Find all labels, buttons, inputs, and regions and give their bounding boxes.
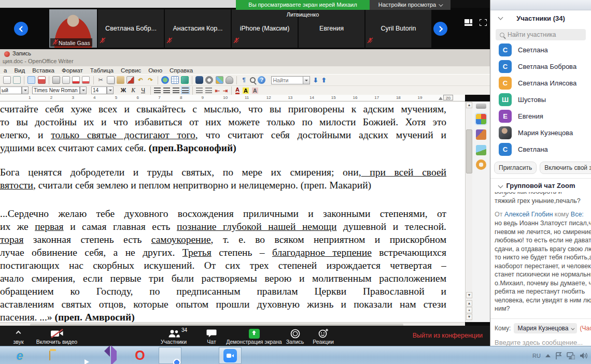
desktop-shortcut-icon[interactable] [476,145,486,155]
margin-marker-icon[interactable] [439,97,443,100]
bold-button[interactable]: Ж [119,86,128,94]
hyperlink-icon[interactable] [161,76,169,84]
network-icon[interactable] [567,352,575,359]
redo-icon[interactable]: ↷ [147,76,154,84]
participant-row[interactable]: Мария Кузнецова [490,124,591,141]
video-tile[interactable]: Светлана Бобр... [97,9,164,48]
leave-meeting-button[interactable]: Выйти из конференции [413,332,483,339]
chat-button[interactable]: Чат [200,327,223,345]
menu-item[interactable]: Вставка [29,67,58,74]
find-input[interactable] [271,76,303,84]
navigation-dot-icon[interactable]: ● [466,307,472,313]
next-participants-button[interactable] [433,22,447,36]
fullscreen-icon[interactable] [480,19,487,26]
participant-row[interactable]: ССветлана [490,41,591,58]
datasources-icon[interactable] [226,76,233,84]
recipient-dropdown[interactable]: Мария Кузнецова [514,323,576,333]
find-previous-icon[interactable]: ⬆ [321,77,327,84]
cut-icon[interactable]: ✂ [97,76,105,84]
video-tile[interactable]: Cyril Butorin [365,9,432,48]
firefox-taskbar-button[interactable] [189,347,212,364]
increase-indent-icon[interactable]: ⇥ [223,88,228,94]
gallery-view-icon[interactable] [465,19,472,26]
record-button[interactable]: Запись [283,327,307,345]
chrome-taskbar-button[interactable] [159,347,181,364]
document-page[interactable]: считайте себя хуже всех и свыкайтесь с м… [0,101,465,322]
nonprinting-icon[interactable]: ¶ [240,76,248,84]
edit-mode-icon[interactable] [27,76,35,84]
audio-button[interactable]: звук [4,327,33,345]
help-icon[interactable]: ? [258,76,265,84]
kmplayer-taskbar-button[interactable] [98,347,121,364]
drawing-icon[interactable] [181,76,189,84]
menu-item[interactable]: Сервис [117,67,145,74]
reactions-button[interactable]: Реакции [309,327,337,345]
export-pdf-icon[interactable] [38,76,46,84]
scroll-up-icon[interactable]: ▲ [466,102,472,108]
start-video-button[interactable]: Включить видео [32,327,81,345]
participant-search-input[interactable]: Найти участника [496,29,586,40]
background-color-button[interactable]: А [252,88,258,94]
underline-button[interactable]: Ч [139,86,147,94]
participant-row[interactable]: ЕЕвгения [490,108,591,124]
file-explorer-taskbar-button[interactable] [38,347,61,364]
menu-item[interactable]: Справка [166,67,196,74]
paste-icon[interactable] [117,76,124,84]
scroll-down-icon[interactable]: ▼ [466,292,472,298]
undo-icon[interactable]: ↶ [136,76,144,84]
video-tile[interactable]: Natalie Gaas [49,9,97,48]
bullet-list-button[interactable] [205,88,212,93]
participant-row[interactable]: ССветлана [490,141,591,157]
highlight-color-button[interactable]: А [243,88,249,94]
sender-name[interactable]: Алексей Глобин [504,211,553,218]
action-center-flag-icon[interactable] [555,352,562,359]
autospellcheck-icon[interactable] [82,76,90,84]
sender-target[interactable]: Все: [571,211,584,218]
font-name-combo[interactable]: Times New Roman [32,86,80,94]
chat-messages[interactable]: вопрос как побороть и победить тяжкий гр… [490,192,591,313]
print-icon[interactable] [52,76,60,84]
paragraph-style-combo[interactable]: ый [0,86,22,94]
menu-item[interactable]: Таблица [87,67,117,74]
menu-item[interactable]: а [0,67,10,74]
table-icon[interactable] [171,76,179,84]
format-paintbrush-icon[interactable] [126,76,134,84]
view-settings-button[interactable]: Настройки просмотра [370,0,451,10]
find-next-icon[interactable]: ⬇ [313,77,318,84]
italic-button[interactable]: К [129,86,137,94]
previous-participants-button[interactable] [14,22,28,36]
internet-explorer-taskbar-button[interactable]: e [8,347,31,364]
menu-item[interactable]: Формат [58,67,87,74]
justify-button[interactable] [182,88,189,93]
participant-row[interactable]: ССветлана Илясова [490,75,591,91]
language-indicator[interactable]: RU [532,353,541,359]
zoom-icon[interactable] [250,77,256,83]
volume-icon[interactable] [580,352,588,359]
desktop-shortcut-icon[interactable] [476,114,486,124]
spellcheck-icon[interactable] [72,76,80,84]
align-left-button[interactable] [154,88,161,93]
share-screen-button[interactable]: Демонстрация экрана [224,327,284,345]
new-document-icon[interactable] [3,76,11,84]
menu-item[interactable]: Вид [10,67,29,74]
find-replace-icon[interactable] [195,76,203,84]
dropdown-icon[interactable] [80,86,87,94]
participants-button[interactable]: 34 Участники [153,327,194,345]
participants-action-button[interactable]: Пригласить [494,162,537,174]
email-icon[interactable] [13,76,21,84]
numbered-list-button[interactable] [196,88,203,93]
desktop-shortcut-icon[interactable] [476,159,486,170]
chevron-down-icon[interactable] [498,15,503,20]
opera-taskbar-button[interactable]: O [129,347,151,364]
decrease-indent-icon[interactable]: ⇤ [215,88,220,94]
align-center-button[interactable] [163,88,170,93]
dropdown-icon[interactable] [22,86,29,94]
vertical-scrollbar[interactable]: ▲ ▼ ▲ ● ▼ [465,101,472,322]
sidebar-handle-icon[interactable] [476,104,486,109]
participant-row[interactable]: ШШустовы [490,91,591,108]
gallery-icon[interactable] [216,76,223,84]
find-dropdown-icon[interactable] [303,76,310,84]
audio-options-chevron-icon[interactable] [16,330,21,336]
copy-icon[interactable] [107,76,115,84]
media-player-taskbar-button[interactable] [68,347,91,364]
